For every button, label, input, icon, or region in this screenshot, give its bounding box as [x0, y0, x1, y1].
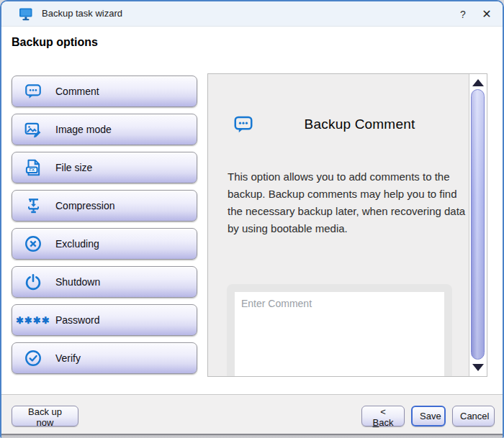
- window-bottom-edge: [1, 434, 503, 438]
- image-mode-icon: [22, 119, 44, 140]
- sidebar-item-password[interactable]: ✱✱✱✱ Password: [12, 304, 197, 336]
- footer-bar: Back up now < Back Save Cancel: [1, 394, 503, 434]
- sidebar-item-label: Password: [55, 314, 99, 326]
- comment-icon: [22, 81, 44, 102]
- svg-text:FX: FX: [29, 168, 35, 172]
- sidebar-item-label: Comment: [55, 86, 99, 97]
- back-button[interactable]: < Back: [361, 406, 405, 426]
- vertical-scrollbar[interactable]: [469, 74, 487, 376]
- sidebar-item-image-mode[interactable]: Image mode: [12, 114, 197, 145]
- sidebar-item-label: Image mode: [55, 124, 112, 135]
- comment-icon: [233, 114, 254, 135]
- page-title: Backup options: [12, 36, 98, 49]
- sidebar-item-label: File size: [55, 162, 92, 173]
- comment-input-frame: [227, 284, 452, 377]
- backup-now-button[interactable]: Back up now: [12, 406, 78, 426]
- cancel-button[interactable]: Cancel: [452, 406, 495, 426]
- file-size-icon: FX: [22, 157, 44, 178]
- password-icon: ✱✱✱✱: [22, 309, 44, 331]
- scroll-up-icon[interactable]: [472, 79, 484, 86]
- panel-description: This option allows you to add comments t…: [228, 168, 468, 237]
- sidebar-item-label: Excluding: [55, 238, 99, 250]
- sidebar-item-label: Shutdown: [55, 276, 100, 288]
- options-sidebar: Comment Image mode FX: [12, 76, 197, 374]
- sidebar-item-compression[interactable]: Compression: [12, 190, 197, 222]
- verify-icon: [22, 347, 44, 369]
- sidebar-item-label: Verify: [55, 352, 81, 364]
- titlebar: Backup task wizard ? ✕: [1, 1, 503, 27]
- sidebar-item-shutdown[interactable]: Shutdown: [12, 266, 197, 298]
- comment-input[interactable]: [235, 292, 444, 377]
- close-icon[interactable]: ✕: [478, 6, 495, 22]
- option-detail-panel: Backup Comment This option allows you to…: [207, 73, 487, 377]
- sidebar-item-file-size[interactable]: FX File size: [12, 152, 197, 183]
- sidebar-item-verify[interactable]: Verify: [12, 342, 197, 374]
- sidebar-item-excluding[interactable]: Excluding: [12, 228, 197, 260]
- window-title: Backup task wizard: [42, 8, 122, 19]
- footer-actions: < Back Save Cancel: [361, 406, 495, 426]
- backup-task-wizard-window: Backup task wizard ? ✕ Backup options Co…: [0, 0, 504, 438]
- app-monitor-icon: [19, 6, 34, 22]
- excluding-icon: [22, 233, 44, 255]
- compression-icon: [22, 195, 44, 216]
- panel-title: Backup Comment: [254, 117, 465, 132]
- shutdown-icon: [22, 271, 44, 293]
- save-button[interactable]: Save: [411, 406, 446, 426]
- help-button[interactable]: ?: [455, 6, 471, 22]
- sidebar-item-comment[interactable]: Comment: [12, 76, 197, 107]
- scroll-down-icon[interactable]: [472, 364, 484, 371]
- sidebar-item-label: Compression: [55, 200, 114, 211]
- panel-header: Backup Comment: [233, 111, 465, 137]
- scrollbar-thumb[interactable]: [471, 89, 485, 360]
